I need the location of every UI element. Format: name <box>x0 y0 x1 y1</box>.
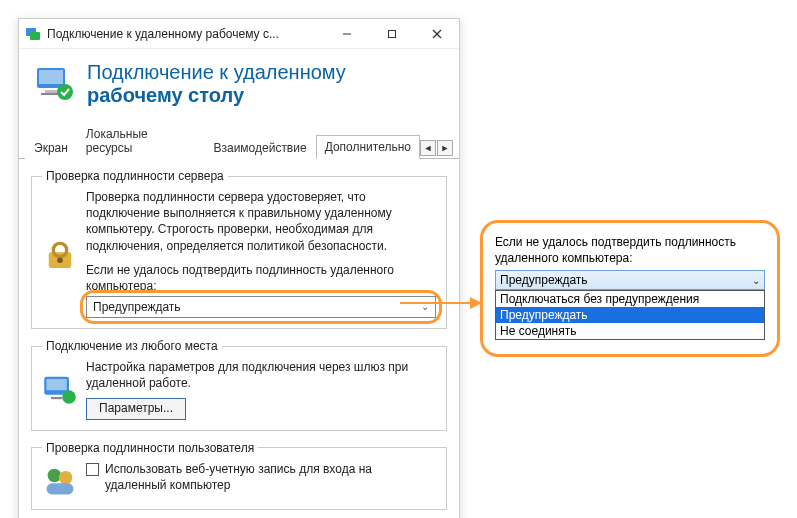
tab-local-resources[interactable]: Локальные ресурсы <box>77 122 205 159</box>
callout-dropdown-value: Предупреждать <box>500 273 588 287</box>
maximize-button[interactable] <box>369 19 414 49</box>
user-auth-legend: Проверка подлинности пользователя <box>42 441 258 455</box>
banner-line2: рабочему столу <box>87 84 346 107</box>
svg-rect-7 <box>39 70 63 84</box>
window-title: Подключение к удаленному рабочему с... <box>47 27 324 41</box>
svg-point-19 <box>59 470 73 484</box>
user-auth-group: Проверка подлинности пользователя Исполь… <box>31 441 447 510</box>
tab-experience[interactable]: Взаимодействие <box>204 136 315 159</box>
server-auth-desc: Проверка подлинности сервера удостоверяе… <box>86 189 436 254</box>
window-controls <box>324 19 459 49</box>
app-icon <box>25 26 41 42</box>
svg-point-10 <box>57 84 73 100</box>
svg-rect-1 <box>30 32 40 40</box>
gateway-settings-button[interactable]: Параметры... <box>86 398 186 420</box>
banner: Подключение к удаленному рабочему столу <box>19 49 459 115</box>
web-account-label: Использовать веб-учетную запись для вход… <box>105 461 436 493</box>
tab-scroll: ◄ ► <box>420 140 453 158</box>
callout-listbox: Подключаться без предупреждения Предупре… <box>495 290 765 340</box>
rdp-dialog: Подключение к удаленному рабочему с... П… <box>18 18 460 518</box>
tab-scroll-left[interactable]: ◄ <box>420 140 436 156</box>
chevron-down-icon: ⌄ <box>752 275 760 286</box>
server-auth-group: Проверка подлинности сервера Проверка по… <box>31 169 447 329</box>
users-icon <box>42 461 78 499</box>
callout-dropdown-expanded: Если не удалось подтвердить подлинность … <box>480 220 780 357</box>
tab-content: Проверка подлинности сервера Проверка по… <box>19 159 459 518</box>
option-no-warning[interactable]: Подключаться без предупреждения <box>496 291 764 307</box>
tab-row: Экран Локальные ресурсы Взаимодействие Д… <box>19 121 459 159</box>
svg-rect-15 <box>47 379 67 390</box>
web-account-checkbox[interactable] <box>86 463 99 476</box>
tab-display[interactable]: Экран <box>25 136 77 159</box>
close-button[interactable] <box>414 19 459 49</box>
svg-point-13 <box>57 257 63 263</box>
monitor-icon <box>42 359 78 419</box>
banner-line1: Подключение к удаленному <box>87 61 346 84</box>
server-auth-dropdown-value: Предупреждать <box>93 299 181 315</box>
option-no-connect[interactable]: Не соединять <box>496 323 764 339</box>
svg-rect-3 <box>388 30 395 37</box>
svg-rect-8 <box>45 90 57 93</box>
svg-rect-20 <box>47 483 74 494</box>
gateway-legend: Подключение из любого места <box>42 339 222 353</box>
gateway-desc: Настройка параметров для подключения чер… <box>86 359 436 391</box>
svg-point-17 <box>62 390 76 404</box>
server-auth-prompt: Если не удалось подтвердить подлинность … <box>86 262 436 294</box>
gateway-group: Подключение из любого места Настройка па… <box>31 339 447 430</box>
svg-rect-16 <box>51 397 62 399</box>
callout-prompt: Если не удалось подтвердить подлинность … <box>495 235 765 266</box>
minimize-button[interactable] <box>324 19 369 49</box>
lock-icon <box>42 189 78 318</box>
server-auth-dropdown[interactable]: Предупреждать ⌄ <box>86 296 436 318</box>
tab-scroll-right[interactable]: ► <box>437 140 453 156</box>
svg-point-18 <box>48 468 62 482</box>
server-auth-legend: Проверка подлинности сервера <box>42 169 228 183</box>
annotation-arrow <box>400 302 480 304</box>
option-warn[interactable]: Предупреждать <box>496 307 764 323</box>
callout-dropdown[interactable]: Предупреждать ⌄ <box>495 270 765 290</box>
rdp-banner-icon <box>35 64 75 104</box>
banner-text: Подключение к удаленному рабочему столу <box>87 61 346 107</box>
titlebar: Подключение к удаленному рабочему с... <box>19 19 459 49</box>
tab-advanced[interactable]: Дополнительно <box>316 135 420 159</box>
